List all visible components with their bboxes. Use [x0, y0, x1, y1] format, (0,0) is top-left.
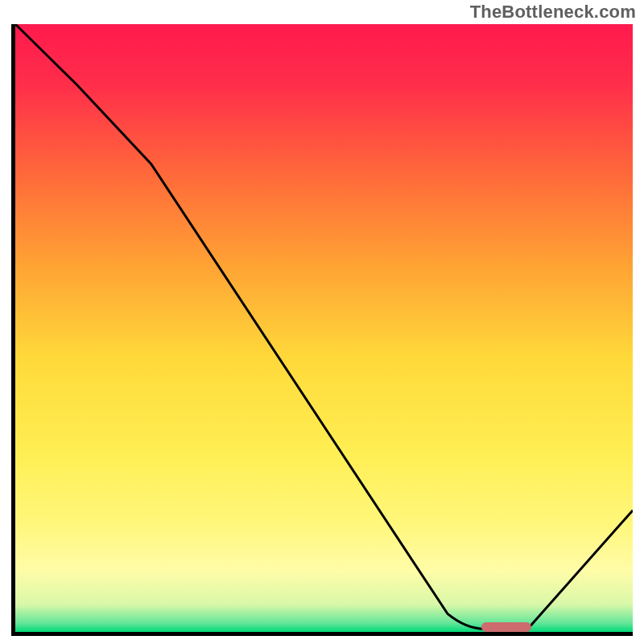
bottleneck-curve — [15, 24, 633, 632]
plot-area — [15, 24, 633, 632]
curve-path — [15, 24, 633, 629]
optimum-marker — [481, 622, 531, 632]
watermark-text: TheBottleneck.com — [470, 2, 636, 23]
chart-axes — [11, 24, 633, 636]
